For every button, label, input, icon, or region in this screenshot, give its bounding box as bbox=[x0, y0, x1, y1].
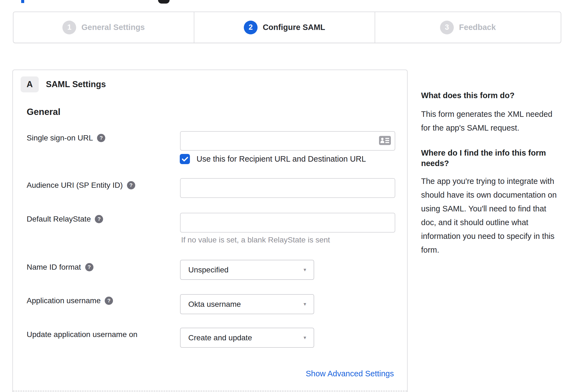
show-advanced-settings-link[interactable]: Show Advanced Settings bbox=[306, 369, 394, 378]
step-number: 1 bbox=[62, 21, 76, 34]
sidebar-question-1: What does this form do? bbox=[421, 90, 573, 101]
sidebar-answer-1: This form generates the XML needed for t… bbox=[421, 107, 573, 135]
audience-uri-label-row: Audience URI (SP Entity ID) ? bbox=[27, 181, 135, 190]
help-icon[interactable]: ? bbox=[105, 297, 113, 305]
contact-card-icon[interactable] bbox=[379, 136, 391, 146]
step-number: 2 bbox=[244, 21, 258, 34]
section-title: SAML Settings bbox=[46, 79, 106, 89]
recipient-url-checkbox-label: Use this for Recipient URL and Destinati… bbox=[197, 154, 366, 164]
relaystate-label-row: Default RelayState ? bbox=[27, 215, 103, 223]
sidebar-answer-2: The app you're trying to integrate with … bbox=[421, 174, 573, 257]
sso-url-label: Single sign-on URL bbox=[27, 134, 93, 142]
step-number: 3 bbox=[440, 21, 454, 34]
update-username-label-row: Update application username on bbox=[27, 330, 137, 339]
help-icon[interactable]: ? bbox=[127, 181, 135, 189]
relaystate-label: Default RelayState bbox=[27, 215, 91, 223]
relaystate-hint: If no value is set, a blank RelayState i… bbox=[181, 236, 330, 244]
saml-settings-card: A SAML Settings General Single sign-on U… bbox=[12, 70, 408, 392]
help-icon[interactable]: ? bbox=[97, 134, 105, 142]
help-icon[interactable]: ? bbox=[85, 263, 93, 271]
update-username-select[interactable]: Create and update ▼ bbox=[180, 328, 314, 348]
appusername-select[interactable]: Okta username ▼ bbox=[180, 294, 314, 314]
relaystate-input[interactable] bbox=[180, 213, 395, 233]
section-divider bbox=[13, 391, 407, 391]
audience-uri-input[interactable] bbox=[180, 178, 395, 198]
nameid-label-row: Name ID format ? bbox=[27, 263, 93, 272]
wizard-stepper: 1 General Settings 2 Configure SAML 3 Fe… bbox=[13, 12, 561, 43]
group-title-general: General bbox=[27, 107, 60, 117]
nameid-label: Name ID format bbox=[27, 263, 81, 272]
sso-url-input[interactable] bbox=[180, 131, 395, 151]
chevron-down-icon: ▼ bbox=[303, 302, 307, 307]
chevron-down-icon: ▼ bbox=[303, 335, 307, 340]
update-username-label: Update application username on bbox=[27, 330, 137, 339]
help-icon[interactable]: ? bbox=[95, 215, 103, 223]
sidebar-question-2: Where do I find the info this form needs… bbox=[421, 148, 573, 169]
sso-url-label-row: Single sign-on URL ? bbox=[27, 134, 105, 142]
audience-uri-label: Audience URI (SP Entity ID) bbox=[27, 181, 123, 190]
cutoff-title-fragment bbox=[21, 0, 24, 3]
chevron-down-icon: ▼ bbox=[303, 267, 307, 272]
nameid-select[interactable]: Unspecified ▼ bbox=[180, 260, 314, 280]
section-badge: A bbox=[21, 76, 39, 92]
step-feedback[interactable]: 3 Feedback bbox=[375, 12, 561, 43]
step-general-settings[interactable]: 1 General Settings bbox=[13, 12, 194, 43]
recipient-url-checkbox[interactable] bbox=[180, 154, 190, 164]
appusername-label-row: Application username ? bbox=[27, 296, 113, 305]
cutoff-icon bbox=[158, 0, 170, 4]
step-configure-saml[interactable]: 2 Configure SAML bbox=[194, 12, 375, 43]
appusername-label: Application username bbox=[27, 296, 101, 305]
help-sidebar: What does this form do? This form genera… bbox=[421, 90, 573, 257]
